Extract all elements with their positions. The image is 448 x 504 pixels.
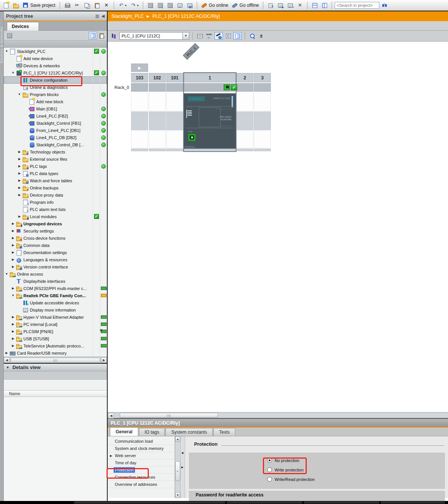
expander-icon[interactable]: ▼ [4, 272, 9, 276]
canvas-horizontal-scrollbar[interactable]: ◀ |||| [108, 412, 448, 418]
rack-row-cell[interactable] [131, 83, 148, 91]
collapse-panel-icon[interactable]: ◀ [102, 14, 105, 19]
upload-from-device-button[interactable]: ↑ [165, 1, 175, 9]
tree-item-add-new-device[interactable]: ✱Add new device [4, 55, 107, 62]
expander-icon[interactable]: ▶ [10, 229, 16, 233]
find-in-project-button[interactable] [380, 1, 389, 9]
start-cpu-button[interactable]: ▸ [276, 1, 285, 9]
tree-item-security-settings[interactable]: ▶Security settings [4, 227, 107, 234]
tree-item-display-hide-interfaces[interactable]: Display/hide interfaces [4, 278, 107, 285]
rack-grid-cell[interactable] [166, 91, 183, 111]
tree-item-device-proxy-data[interactable]: ▶▪Device proxy data [4, 191, 107, 198]
expander-icon[interactable]: ▶ [10, 251, 16, 254]
tree-item-plcsim-pn-ie[interactable]: ▶▬PLCSIM [PN/IE]✕ [4, 328, 107, 335]
tree-item-version-control-interface[interactable]: ▶☗Version control interface [4, 263, 107, 270]
device-view-canvas[interactable]: ▶103102101123Rack_0✓PLC_1SIEMENS SIMATIC… [108, 42, 448, 412]
scroll-right-icon[interactable]: ▶ [101, 357, 107, 363]
rack-grid-cell[interactable] [254, 91, 271, 111]
slot-header-2[interactable]: 2 [236, 73, 253, 82]
rack-grid-cell[interactable] [131, 149, 148, 151]
radio-button-icon[interactable] [267, 458, 272, 463]
rack-grid-cell[interactable] [236, 149, 253, 151]
expander-icon[interactable]: ▶ [10, 258, 16, 261]
expander-icon[interactable]: ▶ [10, 323, 16, 326]
breadcrumb-device[interactable]: PLC_1 [CPU 1212C AC/DC/Rly] [152, 14, 220, 19]
accessible-devices-button[interactable] [266, 1, 275, 9]
device-selector[interactable]: PLC_1 [CPU 1212C] ▼ [119, 32, 189, 40]
tree-item-card-reader-usb-memory[interactable]: ▶Card Reader/USB memory [4, 349, 107, 357]
tree-item-usb-s7usb[interactable]: ▶▬USB [S7USB] [4, 335, 107, 342]
rack-grid-cell[interactable] [166, 130, 183, 148]
expander-icon[interactable]: ▶ [10, 344, 16, 347]
expander-icon[interactable]: ▶ [10, 287, 16, 290]
tree-scroll-thumb[interactable]: |||| [11, 358, 100, 363]
scroll-up-icon[interactable]: ▲ [175, 436, 180, 442]
cpu-module[interactable]: SIEMENS SIMATIC S7-1200 ▪ ▪ ▪ ▪ ▪ ▪ ▪ ▪.… [184, 93, 236, 149]
tree-item-plc-1-cpu-1212c-ac-dc-rly[interactable]: ▼PLC_1 [CPU 1212C AC/DC/Rly]✓ [4, 69, 107, 76]
topology-button[interactable] [110, 32, 118, 40]
scroll-left-icon[interactable]: ◀ [4, 357, 10, 363]
rack-grid-cell[interactable] [149, 130, 166, 148]
tree-item-plc-data-types[interactable]: ▶▤PLC data types [4, 170, 107, 177]
save-project-button[interactable]: Save project [21, 1, 57, 9]
redo-button[interactable]: ↷▾ [129, 1, 140, 9]
slot-header-102[interactable]: 102 [149, 73, 166, 82]
tree-item-technology-objects[interactable]: ▶✲Technology objects [4, 148, 107, 155]
tree-item-pc-internal-local[interactable]: ▶▬PC internal [Local] [4, 321, 107, 328]
tree-item-watch-and-force-tables[interactable]: ▶▤Watch and force tables [4, 177, 107, 184]
expander-icon[interactable]: ▶ [17, 172, 22, 175]
expander-icon[interactable]: ▶ [17, 157, 22, 161]
expander-icon[interactable]: ▶ [10, 265, 16, 268]
canvas-scroll-thumb[interactable]: |||| [120, 413, 218, 418]
splitter-left-icon[interactable]: ◀ [181, 451, 183, 454]
ethernet-port[interactable] [188, 134, 196, 141]
tree-item-online-access[interactable]: ▼▬Online access [4, 270, 107, 278]
go-offline-button[interactable]: Go offline [230, 1, 260, 9]
side-tab-strip[interactable]: Devices & networks [0, 11, 4, 501]
measure-button[interactable] [196, 32, 204, 40]
chevron-down-icon[interactable]: ▼ [182, 33, 189, 39]
radio-no-protection[interactable]: No protection [267, 458, 299, 463]
scroll-down-icon[interactable]: ▼ [175, 492, 180, 498]
redo-dropdown-icon[interactable]: ▾ [137, 4, 139, 7]
rack-grid-cell[interactable] [149, 91, 166, 111]
tree-item-stacklight-control-db[interactable]: Stacklight_Control_DB [... [4, 141, 107, 148]
rack-grid-cell[interactable] [236, 130, 253, 148]
slot-header-103[interactable]: 103 [131, 73, 148, 82]
save-window-settings-button[interactable] [258, 32, 266, 40]
split-editor-horizontal-button[interactable] [310, 1, 319, 9]
rack-grid-cell[interactable] [149, 112, 166, 130]
expander-icon[interactable]: ▼ [4, 50, 9, 53]
tree-item-line4-plc-fb2[interactable]: Line4_PLC [FB2] [4, 112, 107, 119]
zoom-button[interactable] [248, 32, 256, 40]
cross-references-button[interactable]: ✕ [295, 1, 304, 9]
snap-grid-button[interactable] [224, 32, 232, 40]
cut-button[interactable]: ✂ [73, 1, 82, 9]
nav-protection[interactable]: Protection [108, 467, 175, 474]
nav-system-and-clock-memory[interactable]: System and clock memory [108, 445, 175, 452]
tree-item-documentation-settings[interactable]: ▶Documentation settings [4, 249, 107, 256]
tab-general[interactable]: General [110, 427, 138, 436]
expander-icon[interactable]: ▶ [17, 186, 22, 189]
expander-icon[interactable]: ▶ [10, 236, 16, 240]
rack-row-cell[interactable] [254, 83, 271, 91]
tree-item-device-configuration[interactable]: Device configuration [4, 76, 107, 84]
paste-button[interactable] [92, 1, 101, 9]
radio-write-protection[interactable]: Write protection [267, 467, 304, 472]
device-overview-toggle-button[interactable] [233, 32, 242, 40]
rack-grid-cell[interactable] [236, 91, 253, 111]
tree-item-com-rs232-ppi-multi-master-c[interactable]: ▶▬COM [RS232/PPI multi-master c...? [4, 285, 107, 292]
expander-icon[interactable]: ▶ [10, 337, 16, 340]
tree-item-program-blocks[interactable]: ▼Program blocks [4, 91, 107, 98]
details-name-column-header[interactable]: Name [4, 390, 107, 397]
diagram-view-button[interactable]: ➜ [97, 32, 105, 39]
rack-grid-cell[interactable] [131, 112, 148, 130]
stop-cpu-button[interactable]: ▪ [286, 1, 295, 9]
tree-item-online-diagnostics[interactable]: Online & diagnostics [4, 84, 107, 91]
search-input[interactable] [335, 2, 379, 9]
expander-icon[interactable]: ▶ [10, 330, 16, 333]
edit-mode-button[interactable] [215, 32, 223, 40]
go-online-button[interactable]: Go online [200, 1, 230, 9]
nav-overview-of-addresses[interactable]: Overview of addresses [108, 481, 175, 488]
rack-row-cell[interactable] [166, 83, 183, 91]
